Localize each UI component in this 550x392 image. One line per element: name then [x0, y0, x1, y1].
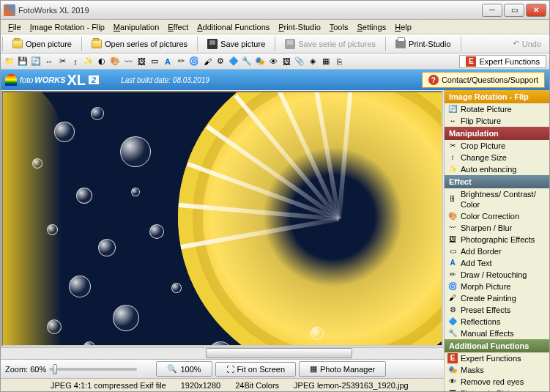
tool-icon[interactable]: 💾 [17, 56, 29, 67]
sidebar-photo-fx[interactable]: 🖼Photographic Effects [445, 234, 549, 245]
tool-icon[interactable]: ✏ [175, 56, 187, 67]
tool-icon[interactable]: 📎 [294, 56, 305, 67]
open-picture-button[interactable]: Open picture [4, 36, 80, 52]
tool-icon[interactable]: 🌀 [188, 56, 200, 67]
menu-manipulation[interactable]: Manipulation [109, 21, 163, 33]
tool-icon[interactable]: 🖌 [201, 56, 213, 67]
scrollbar-thumb[interactable] [206, 348, 352, 358]
rotate-icon: 🔄 [447, 104, 458, 114]
sidebar-crop[interactable]: ✂Crop Picture [445, 140, 549, 152]
tool-icon[interactable]: 🎨 [109, 56, 121, 67]
disk-icon [285, 39, 295, 49]
sidebar-painting[interactable]: 🖌Create Painting [445, 292, 549, 304]
save-picture-button[interactable]: Save picture [199, 36, 273, 52]
icon-toolbar: 📁 💾 🔄 ↔ ✂ ↕ ✨ ◐ 🎨 〰 🖼 ▭ A ✏ 🌀 🖌 ⚙ 🔷 🔧 🎭 … [1, 53, 549, 70]
menu-print[interactable]: Print-Studio [274, 21, 324, 33]
sidebar: Image Rotation - Flip 🔄Rotate Picture ↔F… [444, 90, 549, 391]
tool-icon[interactable]: ◈ [307, 56, 319, 67]
tool-icon[interactable]: 🎭 [254, 56, 266, 67]
e-icon: E [466, 56, 476, 67]
sidebar-pip[interactable]: 🖼Picture in Picture [445, 388, 549, 391]
tool-icon[interactable]: ↕ [70, 56, 81, 67]
slider-knob[interactable] [53, 364, 57, 374]
tool-icon[interactable]: 📁 [4, 56, 15, 67]
window-title: FotoWorks XL 2019 [18, 6, 482, 15]
sidebar-brightness[interactable]: 🎚Brightness/ Contrast/ Color [445, 188, 549, 210]
sidebar-rotate[interactable]: 🔄Rotate Picture [445, 103, 549, 115]
sidebar-color[interactable]: 🎨Color Correction [445, 210, 549, 222]
tool-icon[interactable]: ⚙ [215, 56, 226, 67]
tool-icon[interactable]: 🔄 [30, 56, 42, 67]
sidebar-size[interactable]: ↕Change Size [445, 152, 549, 163]
menu-help[interactable]: Help [390, 21, 416, 33]
blur-icon: 〰 [447, 223, 458, 233]
tool-icon[interactable]: 🖼 [135, 56, 147, 67]
app-icon [4, 4, 15, 16]
status-dimensions: 1920x1280 [181, 381, 220, 390]
titlebar: FotoWorks XL 2019 ─ ▭ ✕ [1, 1, 549, 20]
undo-button[interactable]: ↶Undo [505, 36, 549, 52]
tool-icon[interactable]: 👁 [267, 56, 279, 67]
brand-banner: fotoWORKSXL2 Last build date: 08.03.2019… [1, 70, 549, 90]
expert-functions-button[interactable]: EExpert Functions [459, 55, 546, 68]
sidebar-auto[interactable]: ✨Auto enhancing [445, 163, 549, 175]
sidebar-flip[interactable]: ↔Flip Picture [445, 115, 549, 127]
tool-icon[interactable]: A [162, 56, 174, 67]
photo-icon: 🖼 [447, 234, 458, 245]
brush-icon: 🖌 [447, 293, 458, 303]
sidebar-text[interactable]: AAdd Text [445, 257, 549, 269]
tool-icon[interactable]: ⎘ [333, 56, 345, 67]
menu-rotation[interactable]: Image Rotation - Flip [26, 21, 109, 33]
sidebar-morph[interactable]: 🌀Morph Picture [445, 281, 549, 292]
support-button[interactable]: ?Contact/Questions/Support [422, 72, 545, 88]
save-series-button[interactable]: Save serie of pictures [277, 36, 384, 52]
tool-icon[interactable]: ↔ [43, 56, 55, 67]
sidebar-sharpen[interactable]: 〰Sharpen / Blur [445, 222, 549, 234]
horizontal-scrollbar[interactable] [1, 347, 444, 359]
status-depth: 24Bit Colors [235, 381, 279, 390]
tool-icon[interactable]: ◐ [96, 56, 108, 67]
sidebar-preset[interactable]: ⚙Preset Effects [445, 304, 549, 316]
image-canvas[interactable] [1, 91, 443, 347]
flip-icon: ↔ [447, 116, 458, 126]
menu-tools[interactable]: Tools [325, 21, 353, 33]
menu-effect[interactable]: Effect [163, 21, 193, 33]
eye-icon: 👁 [447, 377, 458, 387]
maximize-button[interactable]: ▭ [504, 4, 524, 17]
sidebar-manual[interactable]: 🔧Manual Effects [445, 328, 549, 339]
status-filename: JPEG lemon-2539163_1920.jpg [294, 381, 409, 390]
tool-icon[interactable]: 🖼 [280, 56, 292, 67]
tool-icon[interactable]: ✂ [56, 56, 68, 67]
tool-icon[interactable]: ✨ [83, 56, 94, 67]
sidebar-reflections[interactable]: 🔷Reflections [445, 316, 549, 328]
menubar: File Image Rotation - Flip Manipulation … [1, 20, 549, 34]
menu-file[interactable]: File [4, 21, 26, 33]
crop-icon: ✂ [447, 141, 458, 151]
zoom-label: Zoom: 60% [5, 365, 46, 374]
open-series-button[interactable]: Open series of pictures [83, 36, 196, 52]
fit-screen-button[interactable]: ⛶ Fit on Screen [215, 362, 296, 377]
close-button[interactable]: ✕ [526, 4, 546, 17]
sidebar-border[interactable]: ▭Add Border [445, 245, 549, 257]
sidebar-redeye[interactable]: 👁Remove red eyes [445, 376, 549, 388]
tool-icon[interactable]: 🔧 [241, 56, 253, 67]
category-additional: Additional Functions [445, 339, 549, 352]
zoom-toolbar: Zoom: 60% 🔍 100% ⛶ Fit on Screen ▦ Photo… [1, 359, 444, 378]
sidebar-expert[interactable]: EExpert Functions [445, 352, 549, 364]
printer-icon [395, 40, 406, 48]
tool-icon[interactable]: ▭ [149, 56, 160, 67]
photo-manager-button[interactable]: ▦ Photo Manager [299, 361, 386, 377]
sidebar-masks[interactable]: 🎭Masks [445, 364, 549, 376]
menu-additional[interactable]: Additional Functions [193, 21, 274, 33]
tool-icon[interactable]: 🔷 [228, 56, 239, 67]
wand-icon: ✨ [447, 164, 458, 174]
tool-icon[interactable]: ▦ [320, 56, 332, 67]
morph-icon: 🌀 [447, 281, 458, 292]
sidebar-draw[interactable]: ✏Draw / Retouching [445, 269, 549, 281]
minimize-button[interactable]: ─ [482, 4, 502, 17]
print-studio-button[interactable]: Print-Studio [387, 36, 458, 52]
menu-settings[interactable]: Settings [352, 21, 390, 33]
zoom-100-button[interactable]: 🔍 100% [156, 361, 212, 377]
zoom-slider[interactable] [49, 368, 137, 371]
tool-icon[interactable]: 〰 [122, 56, 134, 67]
